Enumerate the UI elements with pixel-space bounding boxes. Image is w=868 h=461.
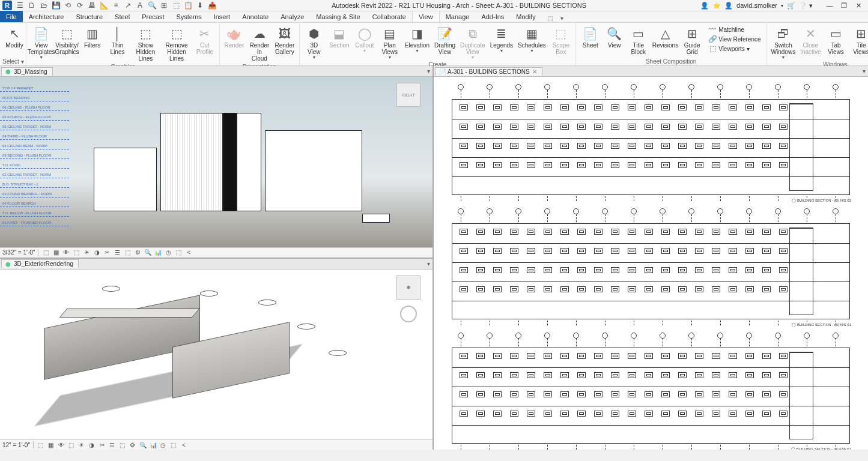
viewctrl-14[interactable]: < (184, 249, 193, 257)
create-plan-views-button[interactable]: ▤PlanViews▼ (378, 24, 402, 61)
user-name[interactable]: david.smolker (736, 2, 777, 9)
qat-sync[interactable]: ↗ (123, 1, 133, 10)
viewctrl-14[interactable]: < (180, 441, 188, 449)
viewctrl-2[interactable]: 👁 (57, 441, 65, 449)
sheet-revisions-button[interactable]: △Revisions (651, 24, 680, 56)
qat-undo[interactable]: ⟲ (62, 1, 73, 10)
tab-steel[interactable]: Steel (109, 11, 136, 22)
graphics-view-templates-button[interactable]: 📄ViewTemplates▼ (29, 24, 54, 61)
viewctrl-7[interactable]: ☰ (108, 441, 117, 449)
qat-measure[interactable]: 📐 (99, 1, 109, 10)
viewctrl-12[interactable]: ◷ (164, 249, 172, 257)
sheet-viewports--button[interactable]: ⬚Viewports ▾ (707, 44, 762, 53)
view-3d-massing[interactable]: TOP OF PARAPETROOF BEARING06 CEILING - F… (0, 77, 432, 247)
graphics-visibility-graphics-button[interactable]: ⬚Visibility/Graphics (55, 24, 79, 56)
viewctrl-13[interactable]: ⬚ (174, 249, 183, 257)
viewctrl-4[interactable]: ☀ (82, 249, 91, 257)
qat-switch-windows[interactable]: ⊞ (159, 1, 169, 10)
modify-button[interactable]: ↖ Modify (2, 24, 26, 50)
qat-text[interactable]: A (135, 1, 145, 10)
qat-open[interactable]: 🗁 (38, 1, 49, 10)
windows-switch-windows-button[interactable]: 🗗SwitchWindows▼ (769, 24, 798, 61)
signin-icon[interactable]: ⭐ (712, 2, 721, 10)
scale-label[interactable]: 3/32" = 1'-0" (2, 249, 35, 256)
sheet-guide-grid-button[interactable]: ⊞GuideGrid (680, 24, 704, 56)
tab-systems[interactable]: Systems (170, 11, 207, 22)
viewctrl-11[interactable]: 📊 (154, 249, 162, 257)
tab-file[interactable]: File (0, 11, 23, 22)
qat-print[interactable]: 🖶 (86, 1, 97, 10)
viewctrl-7[interactable]: ☰ (113, 249, 121, 257)
view-cube[interactable]: RIGHT (396, 83, 420, 107)
tab-insert[interactable]: Insert (208, 11, 237, 22)
viewctrl-1[interactable]: ▦ (47, 441, 55, 449)
viewctrl-10[interactable]: 🔍 (139, 441, 147, 449)
ribbon-end-0[interactable]: ⬚ (545, 14, 555, 22)
sheet-title-block-button[interactable]: ▭TitleBlock (627, 24, 651, 56)
view-options-right[interactable]: ▾ (860, 68, 868, 74)
create-elevation-button[interactable]: ◨Elevation▼ (403, 24, 431, 54)
help-icon[interactable]: ❔ ▾ (799, 2, 813, 10)
close-button[interactable]: ✕ (851, 1, 866, 10)
viewctrl-0[interactable]: ⬚ (41, 249, 50, 257)
steering-wheel-icon[interactable] (400, 306, 417, 322)
view-sheet-a301[interactable]: ◯ BUILDING SECTION - (B) N/S 02◯ BUILDIN… (434, 77, 868, 450)
tab-massing-site[interactable]: Massing & Site (310, 11, 366, 22)
graphics-show-hidden-lines-button[interactable]: ⬚ShowHidden Lines (131, 24, 161, 63)
qat-close-hidden[interactable]: 📋 (183, 1, 193, 10)
create--d-view-button[interactable]: ⬢3DView▼ (302, 24, 326, 61)
tab-precast[interactable]: Precast (136, 11, 170, 22)
viewctrl-1[interactable]: ▦ (52, 249, 60, 257)
create-drafting-view-button[interactable]: 📝DraftingView (432, 24, 457, 56)
minimize-button[interactable]: — (822, 1, 837, 10)
tab-manage[interactable]: Manage (440, 11, 476, 22)
windows-tile-views-button[interactable]: ⊞TileViews (849, 24, 868, 56)
viewctrl-13[interactable]: ⬚ (169, 441, 178, 449)
tab-close-icon[interactable]: ✕ (532, 68, 537, 75)
tab-add-ins[interactable]: Add-Ins (475, 11, 510, 22)
windows-tab-views-button[interactable]: ▭TabViews (824, 24, 848, 56)
qat-save[interactable]: 💾 (50, 1, 61, 10)
tab-analyze[interactable]: Analyze (275, 11, 310, 22)
qat-find[interactable]: 🔍 (147, 1, 157, 10)
restore-button[interactable]: ❐ (837, 1, 851, 10)
graphics-filters-button[interactable]: ▥Filters (80, 24, 105, 50)
view-tab-3d-exterior[interactable]: ⬢ 3D_ExteriorRendering (1, 259, 79, 268)
view-options-botleft[interactable]: ▾ (425, 261, 432, 267)
viewctrl-2[interactable]: 👁 (62, 249, 70, 257)
viewctrl-9[interactable]: ⚙ (133, 249, 142, 257)
tab-collaborate[interactable]: Collaborate (366, 11, 412, 22)
viewctrl-4[interactable]: ☀ (77, 441, 86, 449)
qat-share[interactable]: 📤 (207, 1, 217, 10)
viewctrl-8[interactable]: ⬚ (123, 249, 132, 257)
viewctrl-6[interactable]: ✂ (98, 441, 106, 449)
graphics-remove-hidden-lines-button[interactable]: ⬚RemoveHidden Lines (162, 24, 192, 63)
view-tab-3d-massing[interactable]: ⬢ 3D_Massing (1, 67, 53, 76)
viewctrl-10[interactable]: 🔍 (144, 249, 152, 257)
qat-thin-lines[interactable]: ⬚ (171, 1, 181, 10)
view-3d-exterior[interactable]: ⬢ (0, 270, 432, 440)
tab-annotate[interactable]: Annotate (236, 11, 275, 22)
tab-structure[interactable]: Structure (70, 11, 109, 22)
favorite-icon[interactable]: 🛒 (787, 2, 795, 10)
viewctrl-5[interactable]: ◑ (93, 249, 101, 257)
view-tab-sheet-a301[interactable]: 📄 A-301 - BUILDING SECTIONS ✕ (435, 67, 542, 76)
user-drop-icon[interactable]: ▾ (781, 3, 783, 8)
viewctrl-3[interactable]: ⬚ (67, 441, 76, 449)
viewctrl-0[interactable]: ⬚ (37, 441, 45, 449)
viewctrl-12[interactable]: ◷ (159, 441, 168, 449)
viewctrl-5[interactable]: ◑ (88, 441, 96, 449)
user-icon[interactable]: 👤 (724, 2, 733, 10)
sheet-view-button[interactable]: 🔍View (602, 24, 627, 56)
qat-dropdown[interactable]: ⬇ (195, 1, 205, 10)
viewctrl-3[interactable]: ⬚ (72, 249, 80, 257)
scale-label[interactable]: 12" = 1'-0" (2, 442, 30, 448)
tab-modify[interactable]: Modify (510, 11, 541, 22)
viewctrl-11[interactable]: 📊 (149, 441, 157, 449)
sheet-sheet-button[interactable]: 📄Sheet (578, 24, 602, 56)
tab-view[interactable]: View (412, 11, 440, 22)
create-schedules-button[interactable]: ▦Schedules▼ (516, 24, 548, 54)
viewctrl-6[interactable]: ✂ (103, 249, 111, 257)
create-legends-button[interactable]: ≣Legends▼ (488, 24, 515, 54)
qat-new[interactable]: 🗋 (26, 1, 37, 10)
